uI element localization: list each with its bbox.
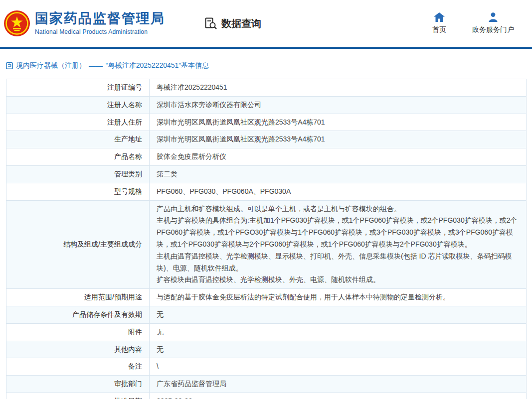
table-row-attachments: 附件 无 — [6, 323, 527, 341]
breadcrumb: 境内医疗器械（注册） —— “粤械注准20252220451”基本信息 — [6, 61, 526, 70]
row-value: 深圳市活水床旁诊断仪器有限公司 — [150, 96, 527, 114]
row-value: 无 — [150, 341, 527, 358]
table-row-storage-validity: 产品储存条件及有效期 无 — [6, 306, 527, 323]
row-label: 管理类别 — [6, 165, 150, 183]
row-label: 备注 — [6, 358, 150, 376]
agency-title: 国家药品监督管理局 — [35, 11, 165, 26]
breadcrumb-page-title: “粤械注准20252220451”基本信息 — [106, 61, 209, 70]
table-row-other-content: 其他内容 无 — [6, 341, 527, 358]
header-nav: 首页 政务服务门户 — [432, 12, 521, 34]
row-value: \ — [150, 358, 527, 376]
table-row-approval-date: 批准日期 2025-03-26 — [6, 393, 527, 399]
row-label: 审批部门 — [6, 376, 150, 393]
table-row-management-class: 管理类别 第二类 — [6, 165, 527, 183]
row-label: 注册人住所 — [6, 114, 150, 131]
table-row-reg-number: 注册证编号 粤械注准20252220451 — [6, 79, 527, 97]
row-label: 适用范围/预期用途 — [6, 289, 150, 306]
home-icon — [434, 12, 445, 22]
data-query-link[interactable]: 数据查询 — [204, 17, 261, 30]
row-value: 粤械注准20252220451 — [150, 79, 527, 97]
row-value: 产品由主机和扩容模块组成。可以是单个主机，或者是主机与扩容模块的组合。 主机与扩… — [150, 200, 527, 289]
user-icon — [488, 12, 499, 22]
table-row-model-spec: 型号规格 PFG060、PFG030、PFG060A、PFG030A — [6, 183, 527, 200]
row-value: 广东省药品监督管理局 — [150, 376, 527, 393]
row-value: PFG060、PFG030、PFG060A、PFG030A — [150, 183, 527, 200]
document-search-icon — [204, 17, 217, 30]
nav-home[interactable]: 首页 — [432, 12, 446, 34]
registration-info-table: 注册证编号 粤械注准20252220451 注册人名称 深圳市活水床旁诊断仪器有… — [6, 79, 527, 399]
row-label: 型号规格 — [6, 183, 150, 200]
table-row-approval-department: 审批部门 广东省药品监督管理局 — [6, 376, 527, 393]
return-icon[interactable] — [6, 62, 13, 69]
table-row-intended-use: 适用范围/预期用途 与适配的基于胶体金免疫层析法的特定试剂配合使用，用于人体样本… — [6, 289, 527, 306]
row-value: 深圳市光明区凤凰街道凤凰社区观光路2533号A4栋701 — [150, 131, 527, 148]
row-label: 产品名称 — [6, 148, 150, 166]
agency-subtitle: National Medical Products Administration — [35, 28, 165, 35]
row-label: 产品储存条件及有效期 — [6, 306, 150, 323]
row-label: 其他内容 — [6, 341, 150, 358]
breadcrumb-section-link[interactable]: 境内医疗器械（注册） — [16, 61, 86, 70]
row-value: 2025-03-26 — [150, 393, 527, 399]
row-value: 深圳市光明区凤凰街道凤凰社区观光路2533号A4栋701 — [150, 114, 527, 131]
table-row-registrant-address: 注册人住所 深圳市光明区凤凰街道凤凰社区观光路2533号A4栋701 — [6, 114, 527, 131]
row-value: 无 — [150, 306, 527, 323]
breadcrumb-dash: —— — [89, 62, 103, 70]
row-label: 注册证编号 — [6, 79, 150, 97]
row-label: 结构及组成/主要组成成分 — [6, 200, 150, 289]
nav-portal[interactable]: 政务服务门户 — [472, 12, 514, 34]
row-label: 注册人名称 — [6, 96, 150, 114]
table-row-production-address: 生产地址 深圳市光明区凤凰街道凤凰社区观光路2533号A4栋701 — [6, 131, 527, 148]
table-row-remarks: 备注 \ — [6, 358, 527, 376]
header-divider — [0, 47, 532, 49]
row-label: 批准日期 — [6, 393, 150, 399]
row-value: 与适配的基于胶体金免疫层析法的特定试剂配合使用，用于人体样本中待测物的定量检测分… — [150, 289, 527, 306]
row-label: 生产地址 — [6, 131, 150, 148]
row-value: 无 — [150, 323, 527, 341]
national-emblem-logo — [4, 10, 30, 36]
data-query-label: 数据查询 — [221, 17, 261, 30]
nav-portal-label: 政务服务门户 — [472, 25, 514, 34]
table-row-registrant-name: 注册人名称 深圳市活水床旁诊断仪器有限公司 — [6, 96, 527, 114]
site-header: 国家药品监督管理局 National Medical Products Admi… — [0, 0, 532, 47]
table-row-structure-composition: 结构及组成/主要组成成分 产品由主机和扩容模块组成。可以是单个主机，或者是主机与… — [6, 200, 527, 289]
table-row-product-name: 产品名称 胶体金免疫层析分析仪 — [6, 148, 527, 166]
nav-home-label: 首页 — [432, 25, 446, 34]
row-value: 第二类 — [150, 165, 527, 183]
row-label: 附件 — [6, 323, 150, 341]
row-value: 胶体金免疫层析分析仪 — [150, 148, 527, 166]
brand-text: 国家药品监督管理局 National Medical Products Admi… — [35, 11, 165, 36]
brand[interactable]: 国家药品监督管理局 National Medical Products Admi… — [4, 10, 165, 36]
